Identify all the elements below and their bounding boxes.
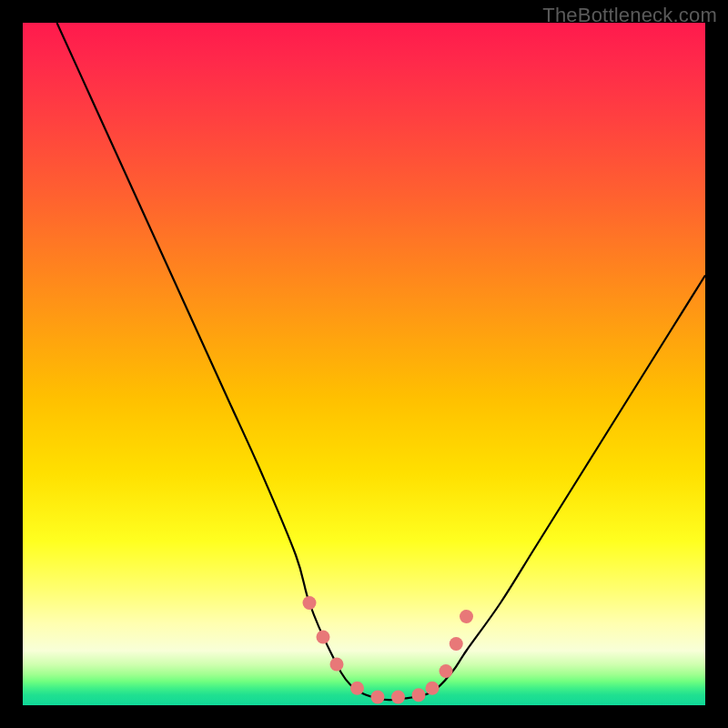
marker-dot — [440, 664, 453, 678]
marker-dot — [412, 688, 426, 702]
marker-dot — [460, 610, 473, 623]
marker-dot — [350, 682, 364, 695]
watermark-text: TheBottleneck.com — [542, 4, 717, 27]
curve-markers — [303, 596, 474, 704]
marker-dot — [317, 631, 330, 644]
plot-area — [23, 23, 705, 705]
marker-dot — [426, 682, 440, 695]
marker-dot — [371, 691, 385, 704]
marker-dot — [450, 637, 463, 651]
marker-dot — [303, 596, 317, 610]
chart-frame: TheBottleneck.com — [0, 0, 728, 728]
marker-dot — [330, 658, 344, 672]
bottleneck-curve — [57, 23, 706, 700]
curve-layer — [23, 23, 705, 705]
marker-dot — [391, 691, 405, 704]
